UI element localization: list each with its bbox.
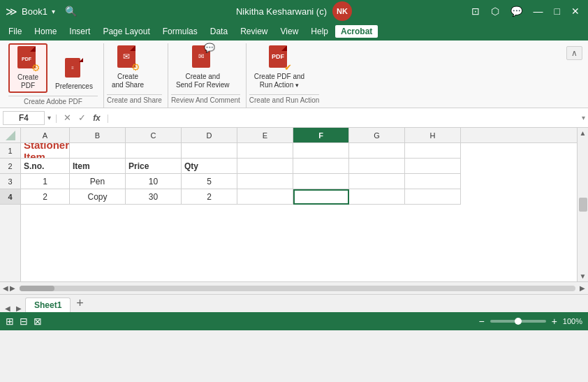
scroll-down-btn[interactable]: ▼ [580,272,587,280]
cell-a1[interactable]: Stationery Item [21,143,70,159]
share-header-icon[interactable]: ⬡ [488,4,502,18]
menu-file[interactable]: File [3,25,27,38]
comment-icon[interactable]: 💬 [508,4,525,18]
cell-a2[interactable]: S.no. [21,159,70,174]
cell-g3[interactable] [349,174,405,189]
cell-g4[interactable] [349,189,405,205]
cell-f3[interactable] [293,174,349,189]
create-send-review-button[interactable]: ✉ 💬 Create andSend For Review [171,43,235,91]
cell-b1[interactable] [70,143,126,159]
ribbon-scroll-up[interactable]: ∧ [566,46,582,60]
search-icon[interactable]: 🔍 [65,6,77,17]
view-layout-btn[interactable]: ⊟ [20,316,28,327]
cell-c4[interactable]: 30 [126,189,182,205]
col-header-e[interactable]: E [237,128,293,142]
cell-e4[interactable] [237,189,293,205]
col-header-f[interactable]: F [293,128,349,142]
formula-end-dropdown[interactable]: ▾ [582,114,585,122]
scroll-thumb-v[interactable] [579,198,587,212]
sheet-tab-next-btn[interactable]: ▶ [14,304,24,312]
menu-data[interactable]: Data [205,25,233,38]
formula-input[interactable] [113,112,579,124]
menu-acrobat[interactable]: Acrobat [335,25,378,38]
zoom-level: 100% [563,317,582,325]
cell-a3[interactable]: 1 [21,174,70,189]
cell-ref-dropdown[interactable]: ▾ [47,114,51,122]
preferences-button[interactable]: ≡ Preferences [50,56,98,93]
cell-e3[interactable] [237,174,293,189]
vertical-scrollbar[interactable]: ▲ ▼ [577,128,588,281]
cell-c2[interactable]: Price [126,159,182,174]
cell-e2[interactable] [237,159,293,174]
col-header-a[interactable]: A [21,128,70,142]
fullscreen-icon[interactable]: ⊡ [469,4,483,18]
cell-d1[interactable] [182,143,237,159]
cell-h2[interactable] [405,159,461,174]
menu-insert[interactable]: Insert [64,25,96,38]
cell-f2[interactable] [293,159,349,174]
cell-c3[interactable]: 10 [126,174,182,189]
cell-h4[interactable] [405,189,461,205]
zoom-minus-btn[interactable]: − [478,316,484,327]
view-page-break-btn[interactable]: ⊠ [34,316,42,327]
sheet-tab-prev-btn[interactable]: ◀ [3,304,13,312]
menu-home[interactable]: Home [29,25,62,38]
row-header-4[interactable]: 4 [0,189,20,205]
view-normal-btn[interactable]: ⊞ [6,316,14,327]
cell-e1[interactable] [237,143,293,159]
close-btn[interactable]: ✕ [568,4,582,18]
cell-b2[interactable]: Item [70,159,126,174]
confirm-formula-btn[interactable]: ✓ [76,112,88,123]
h-scroll-thumb[interactable] [20,286,54,291]
col-header-h[interactable]: H [405,128,461,142]
ribbon-buttons-create-pdf: PDF ⚙ CreatePDF ≡ Preferences [8,43,98,94]
cell-d4[interactable]: 2 [182,189,237,205]
fx-btn[interactable]: fx [91,113,103,123]
menu-view[interactable]: View [275,25,304,38]
cell-h1[interactable] [405,143,461,159]
h-scroll-track[interactable] [20,286,575,291]
cell-g2[interactable] [349,159,405,174]
col-header-b[interactable]: B [70,128,126,142]
cell-c1[interactable] [126,143,182,159]
menu-page-layout[interactable]: Page Layout [97,25,155,38]
col-header-c[interactable]: C [126,128,182,142]
menu-help[interactable]: Help [305,25,334,38]
zoom-plus-btn[interactable]: + [552,316,557,327]
sheet-tab-sheet1[interactable]: Sheet1 [25,297,71,312]
add-sheet-btn[interactable]: + [72,297,88,309]
col-header-d[interactable]: D [182,128,237,142]
corner-cell[interactable] [0,128,20,143]
user-avatar[interactable]: NK [332,1,352,21]
row-header-1[interactable]: 1 [0,143,20,159]
h-scroll-right-btn[interactable]: ▶ [10,284,15,292]
cell-d2[interactable]: Qty [182,159,237,174]
cancel-formula-btn[interactable]: ✕ [61,112,73,123]
cell-f4[interactable] [293,189,349,205]
h-scroll-right-end[interactable]: ▶ [580,284,585,292]
h-scroll-left-btn[interactable]: ◀ [3,284,8,292]
scroll-up-btn[interactable]: ▲ [580,129,587,137]
cell-g1[interactable] [349,143,405,159]
menu-formulas[interactable]: Formulas [157,25,203,38]
row-header-2[interactable]: 2 [0,159,20,174]
cell-h3[interactable] [405,174,461,189]
cell-d3[interactable]: 5 [182,174,237,189]
cell-ref-input[interactable] [3,111,45,125]
zoom-thumb[interactable] [515,318,522,325]
create-pdf-button[interactable]: PDF ⚙ CreatePDF [8,43,47,93]
app-icon[interactable]: ≫ [6,5,17,18]
zoom-slider[interactable] [490,320,546,323]
create-and-share-button[interactable]: ✉ ⚙ Createand Share [107,43,149,91]
menu-review[interactable]: Review [235,25,273,38]
cell-a4[interactable]: 2 [21,189,70,205]
cell-b4[interactable]: Copy [70,189,126,205]
restore-btn[interactable]: □ [552,4,563,18]
cell-b3[interactable]: Pen [70,174,126,189]
row-header-3[interactable]: 3 [0,174,20,189]
minimize-btn[interactable]: — [531,4,546,18]
cell-f1[interactable] [293,143,349,159]
col-header-g[interactable]: G [349,128,405,142]
workbook-chevron[interactable]: ▾ [52,8,55,15]
create-pdf-run-action-button[interactable]: PDF ✔ Create PDF andRun Action ▾ [249,43,309,91]
